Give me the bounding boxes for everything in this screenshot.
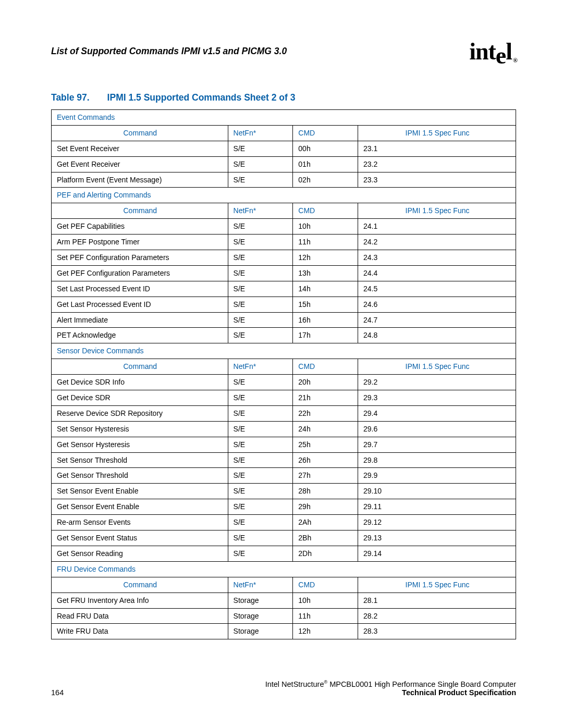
cell-netfn: S/E: [228, 437, 293, 452]
column-header-netfn: NetFn*: [228, 125, 293, 141]
cell-code: 14h: [293, 281, 358, 297]
cell-netfn: S/E: [228, 172, 293, 188]
table-row: Get FRU Inventory Area InfoStorage10h28.…: [52, 593, 516, 608]
table-row: Get Device SDR InfoS/E20h29.2: [52, 375, 516, 390]
cell-cmd: Get Last Processed Event ID: [52, 297, 228, 312]
cell-spec: 29.2: [358, 375, 516, 390]
cell-netfn: S/E: [228, 405, 293, 421]
table-row: Set Sensor Event EnableS/E28h29.10: [52, 484, 516, 499]
table-row: Get Sensor Event EnableS/E29h29.11: [52, 499, 516, 515]
table-row: Set Last Processed Event IDS/E14h24.5: [52, 281, 516, 297]
page-number: 164: [51, 688, 64, 697]
cell-cmd: Get Device SDR: [52, 390, 228, 406]
cell-spec: 24.8: [358, 328, 516, 343]
cell-cmd: Set Event Receiver: [52, 141, 228, 156]
cell-cmd: Get Sensor Reading: [52, 546, 228, 561]
cell-code: 25h: [293, 437, 358, 452]
cell-spec: 24.7: [358, 312, 516, 328]
cell-netfn: Storage: [228, 608, 293, 624]
cell-cmd: Arm PEF Postpone Timer: [52, 235, 228, 250]
cell-spec: 29.8: [358, 452, 516, 468]
cell-cmd: Get PEF Capabilities: [52, 219, 228, 235]
column-header-code: CMD: [293, 203, 358, 219]
cell-cmd: Get Sensor Threshold: [52, 468, 228, 484]
cell-cmd: Set Sensor Threshold: [52, 452, 228, 468]
section-title: FRU Device Commands: [52, 561, 516, 577]
cell-netfn: S/E: [228, 484, 293, 499]
cell-code: 15h: [293, 297, 358, 312]
cell-code: 11h: [293, 235, 358, 250]
table-row: Get Sensor ReadingS/E2Dh29.14: [52, 546, 516, 561]
table-section-header: Sensor Device Commands: [52, 343, 516, 359]
column-header-code: CMD: [293, 577, 358, 593]
cell-spec: 23.3: [358, 172, 516, 188]
section-title: PEF and Alerting Commands: [52, 188, 516, 203]
cell-cmd: Get Sensor Event Status: [52, 530, 228, 546]
cell-code: 27h: [293, 468, 358, 484]
cell-code: 24h: [293, 421, 358, 437]
cell-spec: 28.2: [358, 608, 516, 624]
cell-netfn: S/E: [228, 468, 293, 484]
cell-spec: 24.6: [358, 297, 516, 312]
table-column-header-row: CommandNetFn*CMDIPMI 1.5 Spec Func: [52, 125, 516, 141]
table-row: Set Sensor HysteresisS/E24h29.6: [52, 421, 516, 437]
cell-code: 2Dh: [293, 546, 358, 561]
cell-netfn: S/E: [228, 390, 293, 406]
table-row: PET AcknowledgeS/E17h24.8: [52, 328, 516, 343]
cell-spec: 24.4: [358, 265, 516, 281]
cell-cmd: Get FRU Inventory Area Info: [52, 593, 228, 608]
cell-code: 20h: [293, 375, 358, 390]
cell-netfn: S/E: [228, 546, 293, 561]
cell-spec: 29.13: [358, 530, 516, 546]
cell-code: 12h: [293, 250, 358, 266]
table-column-header-row: CommandNetFn*CMDIPMI 1.5 Spec Func: [52, 577, 516, 593]
column-header-cmd: Command: [52, 359, 228, 375]
table-section-header: PEF and Alerting Commands: [52, 188, 516, 203]
registered-mark: ®: [513, 57, 517, 64]
table-row: Get Sensor ThresholdS/E27h29.9: [52, 468, 516, 484]
cell-cmd: Get PEF Configuration Parameters: [52, 265, 228, 281]
table-column-header-row: CommandNetFn*CMDIPMI 1.5 Spec Func: [52, 359, 516, 375]
column-header-spec: IPMI 1.5 Spec Func: [358, 125, 516, 141]
cell-spec: 24.2: [358, 235, 516, 250]
table-row: Get PEF Configuration ParametersS/E13h24…: [52, 265, 516, 281]
cell-spec: 29.14: [358, 546, 516, 561]
cell-code: 16h: [293, 312, 358, 328]
table-row: Set Sensor ThresholdS/E26h29.8: [52, 452, 516, 468]
cell-cmd: Set PEF Configuration Parameters: [52, 250, 228, 266]
cell-code: 02h: [293, 172, 358, 188]
table-row: Write FRU DataStorage12h28.3: [52, 624, 516, 639]
cell-code: 22h: [293, 405, 358, 421]
cell-netfn: S/E: [228, 421, 293, 437]
cell-code: 13h: [293, 265, 358, 281]
table-section-header: Event Commands: [52, 110, 516, 126]
cell-code: 29h: [293, 499, 358, 515]
cell-cmd: Set Sensor Hysteresis: [52, 421, 228, 437]
column-header-code: CMD: [293, 125, 358, 141]
table-row: Get Device SDRS/E21h29.3: [52, 390, 516, 406]
cell-code: 21h: [293, 390, 358, 406]
cell-code: 2Ah: [293, 515, 358, 530]
cell-netfn: S/E: [228, 452, 293, 468]
cell-netfn: Storage: [228, 593, 293, 608]
cell-code: 10h: [293, 219, 358, 235]
cell-netfn: S/E: [228, 250, 293, 266]
cell-code: 10h: [293, 593, 358, 608]
cell-spec: 28.1: [358, 593, 516, 608]
cell-spec: 29.11: [358, 499, 516, 515]
cell-spec: 28.3: [358, 624, 516, 639]
column-header-spec: IPMI 1.5 Spec Func: [358, 577, 516, 593]
cell-cmd: Re-arm Sensor Events: [52, 515, 228, 530]
cell-netfn: S/E: [228, 530, 293, 546]
cell-cmd: Write FRU Data: [52, 624, 228, 639]
table-number: Table 97.: [51, 92, 90, 103]
cell-cmd: Get Sensor Event Enable: [52, 499, 228, 515]
cell-code: 26h: [293, 452, 358, 468]
cell-spec: 23.1: [358, 141, 516, 156]
cell-spec: 29.10: [358, 484, 516, 499]
cell-netfn: S/E: [228, 328, 293, 343]
cell-netfn: S/E: [228, 297, 293, 312]
cell-cmd: Alert Immediate: [52, 312, 228, 328]
cell-cmd: Get Sensor Hysteresis: [52, 437, 228, 452]
table-row: Set PEF Configuration ParametersS/E12h24…: [52, 250, 516, 266]
